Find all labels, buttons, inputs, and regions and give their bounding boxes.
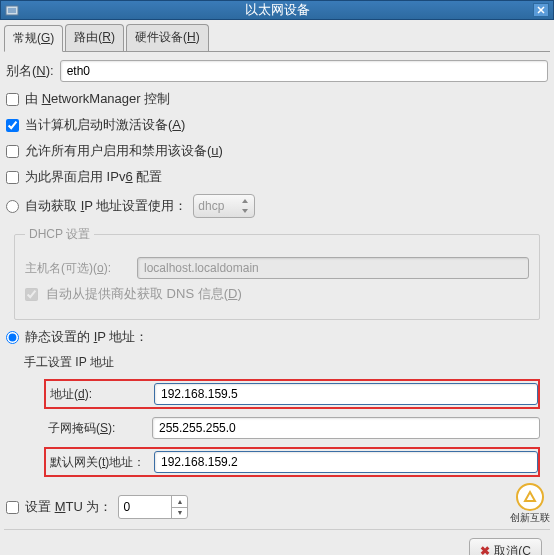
alias-input[interactable] (60, 60, 548, 82)
gateway-input[interactable] (154, 451, 538, 473)
manual-ip-legend: 手工设置 IP 地址 (24, 354, 114, 371)
cancel-label: 取消(C (494, 543, 531, 556)
mtu-spinner[interactable]: ▲▼ (118, 495, 188, 519)
manual-ip-fieldset: 手工设置 IP 地址 地址(d): 子网掩码(S): 默认网关(t)地址： (24, 354, 540, 487)
mtu-spin-buttons[interactable]: ▲▼ (171, 496, 187, 518)
hostname-row: 主机名(可选)(o): (25, 257, 529, 279)
watermark-text: 创新互联 (510, 511, 550, 525)
ipv6-row: 为此界面启用 IPv6 配置 (6, 168, 548, 186)
address-input[interactable] (154, 383, 538, 405)
netmask-input[interactable] (152, 417, 540, 439)
close-button[interactable] (533, 3, 549, 17)
cancel-icon: ✖ (480, 544, 490, 555)
button-bar: ✖ 取消(C (4, 529, 550, 555)
ipv6-checkbox[interactable] (6, 171, 19, 184)
hostname-label: 主机名(可选)(o): (25, 260, 129, 277)
auto-ip-radio[interactable] (6, 200, 19, 213)
tab-route[interactable]: 路由(R) (65, 24, 124, 51)
tab-hardware[interactable]: 硬件设备(H) (126, 24, 209, 51)
window-title: 以太网设备 (245, 1, 310, 19)
gateway-label: 默认网关(t)地址： (46, 454, 146, 471)
gateway-row: 默认网关(t)地址： (44, 447, 540, 477)
allowusers-checkbox[interactable] (6, 145, 19, 158)
static-ip-radio[interactable] (6, 331, 19, 344)
tabs: 常规(G) 路由(R) 硬件设备(H) (4, 24, 550, 52)
mtu-checkbox[interactable] (6, 501, 19, 514)
cancel-button[interactable]: ✖ 取消(C (469, 538, 542, 555)
activate-checkbox[interactable] (6, 119, 19, 132)
watermark: 创新互联 (510, 483, 550, 525)
allowusers-row: 允许所有用户启用和禁用该设备(u) (6, 142, 548, 160)
autodns-row: 自动从提供商处获取 DNS 信息(D) (25, 285, 529, 303)
netmask-row: 子网掩码(S): (44, 415, 540, 441)
autodns-checkbox (25, 288, 38, 301)
ipv6-label: 为此界面启用 IPv6 配置 (25, 168, 162, 186)
dhcp-legend: DHCP 设置 (25, 226, 94, 243)
alias-label: 别名(N): (6, 62, 54, 80)
title-bar: 以太网设备 (0, 0, 554, 20)
nm-label: 由 NetworkManager 控制 (25, 90, 170, 108)
autodns-label: 自动从提供商处获取 DNS 信息(D) (46, 285, 242, 303)
svg-rect-1 (8, 8, 16, 13)
allowusers-label: 允许所有用户启用和禁用该设备(u) (25, 142, 223, 160)
nm-row: 由 NetworkManager 控制 (6, 90, 548, 108)
static-ip-label: 静态设置的 IP 地址： (25, 328, 148, 346)
mtu-label: 设置 MTU 为： (25, 498, 112, 516)
mtu-input[interactable] (119, 496, 171, 518)
address-label: 地址(d): (46, 386, 146, 403)
address-row: 地址(d): (44, 379, 540, 409)
auto-ip-row: 自动获取 IP 地址设置使用： dhcp (6, 194, 548, 218)
nm-checkbox[interactable] (6, 93, 19, 106)
auto-ip-label: 自动获取 IP 地址设置使用： (25, 197, 187, 215)
tab-general[interactable]: 常规(G) (4, 25, 63, 52)
hostname-input (137, 257, 529, 279)
activate-row: 当计算机启动时激活设备(A) (6, 116, 548, 134)
activate-label: 当计算机启动时激活设备(A) (25, 116, 185, 134)
alias-row: 别名(N): (6, 60, 548, 82)
static-radio-row: 静态设置的 IP 地址： (6, 328, 548, 346)
dhcp-combo[interactable]: dhcp (193, 194, 255, 218)
netmask-label: 子网掩码(S): (44, 420, 144, 437)
mtu-row: 设置 MTU 为： ▲▼ (6, 495, 548, 519)
content-area: 常规(G) 路由(R) 硬件设备(H) 别名(N): 由 NetworkMana… (0, 20, 554, 555)
dhcp-fieldset: DHCP 设置 主机名(可选)(o): 自动从提供商处获取 DNS 信息(D) (14, 226, 540, 320)
window-icon (5, 3, 21, 19)
watermark-icon (516, 483, 544, 511)
